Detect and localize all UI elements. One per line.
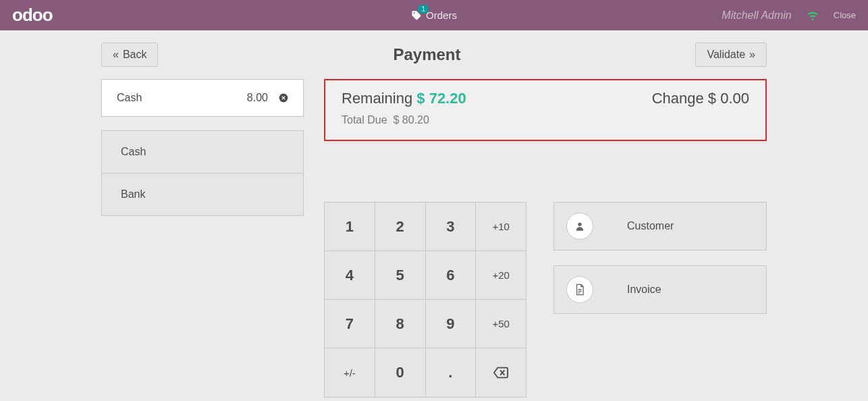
payment-line[interactable]: Cash 8.00 — [101, 79, 304, 117]
logo: odoo — [12, 5, 53, 26]
customer-label: Customer — [627, 220, 674, 232]
orders-label: Orders — [426, 9, 457, 21]
validate-button[interactable]: Validate » — [695, 43, 767, 67]
tag-icon: 1 — [411, 10, 422, 21]
numpad-plus10[interactable]: +10 — [476, 203, 526, 251]
backspace-icon — [493, 367, 508, 379]
remaining-label: Remaining — [342, 90, 412, 107]
back-label: Back — [123, 49, 147, 61]
delete-payment-icon[interactable] — [279, 93, 288, 103]
payment-methods-list: Cash Bank — [101, 130, 304, 216]
invoice-label: Invoice — [627, 284, 661, 296]
numpad-plus20[interactable]: +20 — [476, 251, 526, 300]
chevron-right-icon: » — [749, 49, 755, 61]
top-bar: odoo 1 Orders Mitchell Admin Close — [0, 0, 868, 30]
numpad-0[interactable]: 0 — [375, 348, 426, 397]
numpad-plus50[interactable]: +50 — [476, 300, 526, 348]
payment-method-cash[interactable]: Cash — [102, 131, 303, 173]
numpad: 1 2 3 +10 4 5 6 +20 7 8 9 — [324, 202, 526, 398]
numpad-1[interactable]: 1 — [325, 203, 375, 251]
numpad-backspace[interactable] — [476, 348, 526, 397]
payment-summary: Remaining $ 72.20 Total Due $ 80.20 Chan… — [324, 79, 767, 141]
total-due-label: Total Due — [342, 114, 387, 126]
validate-label: Validate — [707, 49, 745, 61]
close-button[interactable]: Close — [834, 10, 856, 20]
numpad-3[interactable]: 3 — [426, 203, 477, 251]
numpad-5[interactable]: 5 — [375, 251, 426, 300]
numpad-2[interactable]: 2 — [375, 203, 426, 251]
wifi-icon — [807, 9, 819, 22]
total-due-value: $ 80.20 — [393, 114, 429, 126]
customer-button[interactable]: Customer — [553, 202, 767, 250]
change-value: $ 0.00 — [708, 90, 749, 107]
remaining-value: $ 72.20 — [416, 90, 466, 107]
orders-button[interactable]: 1 Orders — [411, 9, 457, 21]
document-icon — [566, 276, 593, 303]
numpad-sign[interactable]: +/- — [325, 348, 375, 397]
payment-line-amount: 8.00 — [247, 92, 268, 104]
page-title: Payment — [393, 45, 460, 64]
numpad-dot[interactable]: . — [426, 348, 477, 397]
user-name[interactable]: Mitchell Admin — [722, 9, 791, 22]
payment-line-method: Cash — [117, 92, 247, 104]
svg-point-1 — [578, 223, 581, 226]
numpad-6[interactable]: 6 — [426, 251, 477, 300]
payment-method-bank[interactable]: Bank — [102, 173, 303, 215]
numpad-7[interactable]: 7 — [325, 300, 375, 348]
orders-count-badge: 1 — [418, 5, 429, 14]
numpad-9[interactable]: 9 — [426, 300, 477, 348]
numpad-8[interactable]: 8 — [375, 300, 426, 348]
user-icon — [566, 213, 593, 240]
change-label: Change — [652, 90, 704, 107]
invoice-button[interactable]: Invoice — [553, 265, 767, 314]
chevron-left-icon: « — [113, 49, 119, 61]
numpad-4[interactable]: 4 — [325, 251, 375, 300]
back-button[interactable]: « Back — [101, 43, 158, 67]
